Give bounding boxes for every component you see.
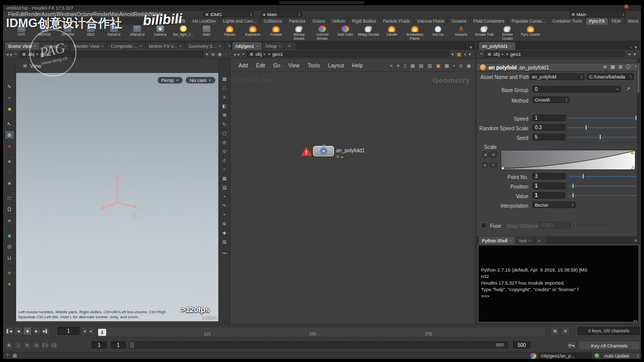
color-swatch-icon[interactable]: ▪ [464, 52, 465, 57]
sphere-tool-icon[interactable]: ● [5, 156, 15, 165]
step-back-icon[interactable]: ▌◀ [41, 341, 49, 349]
shelf-tab[interactable]: Vellum [329, 18, 348, 25]
jump-start-button[interactable]: ▌◀ [5, 327, 14, 335]
shelf-tab[interactable]: Rigid Bodies [349, 18, 379, 25]
cup-tool-icon[interactable]: ⊔ [5, 253, 15, 262]
breadcrumb-context[interactable]: obj [28, 51, 35, 57]
network-menu-item[interactable]: View [288, 62, 300, 68]
flag-icon[interactable]: ▪ [225, 52, 226, 57]
handles-tool-icon[interactable]: ● [5, 141, 15, 150]
close-icon[interactable]: × [528, 238, 531, 243]
range-start-field[interactable]: 1 [92, 341, 107, 348]
pane-tab[interactable]: Python Shell× [479, 237, 515, 244]
forward-icon[interactable]: ▸ [238, 52, 240, 57]
gear-icon[interactable]: ⊛ [603, 64, 607, 70]
shelf-tool[interactable]: RandCd [103, 25, 125, 41]
value-field[interactable]: 1 [532, 192, 566, 199]
auto-update-dropdown[interactable]: Auto Update ▴▾ [602, 352, 641, 359]
ramp-view-toggle-icon[interactable]: ▪▪ [490, 162, 497, 167]
shelf-tab[interactable]: Grains [309, 18, 328, 25]
rows-icon[interactable]: ▤ [419, 63, 423, 68]
shelf-tool[interactable]: Smoke Trail [473, 25, 496, 41]
pane-tab[interactable]: Geometry S...× [186, 42, 224, 50]
menu-icon[interactable]: ▾ [468, 52, 471, 57]
close-icon[interactable]: × [102, 44, 104, 48]
pane-icon[interactable]: ▦ [13, 353, 17, 358]
shelf-tab[interactable]: Populate Contai... [508, 18, 548, 25]
shelf-tab[interactable]: Fluid Containers [470, 18, 508, 25]
brush-tool-icon[interactable]: ✎ [5, 82, 15, 91]
pane-tab[interactable]: /out× [516, 237, 534, 244]
sheet-icon[interactable]: ▯ [404, 63, 406, 68]
spinner-icon[interactable]: ▴▾ [637, 354, 638, 358]
close-icon[interactable]: × [34, 44, 36, 48]
pane-tab[interactable]: /shop× [263, 42, 284, 50]
loop-icon[interactable]: ↻ [23, 341, 31, 349]
node-body[interactable] [313, 146, 334, 156]
breadcrumb[interactable]: ▣ obj ▸ ● geo1 [485, 51, 625, 57]
param-scrollbar[interactable] [637, 59, 640, 236]
ramp-add-button[interactable]: + [490, 151, 497, 158]
eraser-tool-icon[interactable]: ▪ [5, 93, 15, 102]
breadcrumb[interactable]: ▣ obj ▸ geo1 [19, 51, 204, 57]
shelf-tool[interactable]: Camera [149, 25, 172, 41]
pane-tab[interactable]: + [285, 42, 295, 50]
separator[interactable] [5, 264, 14, 266]
stop-button[interactable]: ■ [23, 327, 32, 335]
menu-item[interactable]: File [8, 12, 16, 17]
shelf-tool[interactable]: Fireball [265, 25, 287, 41]
menu-item[interactable]: Edit [16, 12, 25, 17]
dropdown-icon[interactable]: ▾ [616, 87, 618, 92]
camera-lock-icon[interactable]: ⊠ [220, 111, 228, 119]
jump-end-button[interactable]: ▶▌ [41, 327, 50, 335]
shelf-tab[interactable]: Container Tools [549, 18, 585, 25]
pane-tab[interactable]: Render View× [70, 42, 107, 50]
close-icon[interactable]: × [279, 44, 281, 48]
range-end-field[interactable]: 500 [513, 341, 530, 348]
network-menu-item[interactable]: Edit [256, 62, 265, 68]
shelf-tool[interactable]: GEO [79, 25, 102, 41]
lock-icon[interactable]: ⊠ [618, 64, 622, 70]
position-field[interactable]: 1 [532, 183, 566, 189]
shelf-tool[interactable]: sRandCd [126, 25, 148, 41]
shelf-tab[interactable]: Viscous Fluids [414, 18, 448, 25]
scrollbar-thumb[interactable] [637, 63, 639, 93]
shelf-tool[interactable]: Smoke Cluster [496, 25, 519, 41]
shelf-tool[interactable]: Volcano [450, 25, 472, 41]
playback-range-slider[interactable]: 500 [129, 341, 508, 348]
layout-icon[interactable]: ▥ [220, 238, 228, 246]
plus-icon[interactable]: + [220, 211, 228, 219]
shelf-tool[interactable]: Candle [380, 25, 403, 41]
shelf-tool[interactable]: Add Color [334, 25, 357, 41]
dropdown-icon[interactable]: ▾ [206, 52, 208, 57]
point-no-field[interactable]: 3 [532, 173, 566, 179]
spinner-icon[interactable]: ▴▾ [251, 13, 252, 17]
menu-item[interactable]: RenderMan [93, 12, 119, 17]
menu-item[interactable]: Assets [41, 12, 56, 17]
separator[interactable] [5, 227, 14, 229]
shelf-tab[interactable]: Wires [625, 18, 641, 25]
blocks-icon[interactable]: ▩ [444, 63, 449, 68]
spinner-icon[interactable]: ▴▾ [630, 75, 631, 79]
shade-mode-icon[interactable]: ◧ [220, 102, 228, 110]
forward-icon[interactable]: ▸ [11, 52, 13, 57]
separator[interactable] [5, 190, 14, 192]
breadcrumb-node[interactable]: geo1 [510, 51, 521, 57]
dot-snap-icon[interactable]: • [220, 193, 228, 201]
move-tool-icon[interactable]: ⊕ [5, 130, 15, 139]
shelf-tool[interactable]: /bacl [195, 25, 218, 41]
step-forward-icon[interactable]: ▶▌ [50, 341, 58, 349]
fuse-checkbox[interactable] [481, 223, 487, 228]
network-menu-item[interactable]: Add [238, 62, 248, 68]
columns-icon[interactable]: ▥ [427, 63, 432, 68]
node-name-field[interactable]: an_polyfold1 [519, 64, 549, 70]
menu-item[interactable]: Windows [56, 12, 77, 17]
shelf-tool[interactable]: Smokeless Flame [404, 25, 426, 41]
breadcrumb-context[interactable]: obj [256, 51, 262, 57]
breadcrumb[interactable]: ▣ obj ▸ ● geo1 [247, 51, 449, 57]
point-no-slider[interactable] [569, 173, 637, 179]
pane-tab[interactable]: Motion FX V...× [146, 42, 185, 50]
menu-item[interactable]: Redshift [134, 12, 152, 17]
shelf-tab[interactable]: AN LookDev [189, 18, 219, 25]
list-icon[interactable]: ≡ [397, 63, 400, 68]
